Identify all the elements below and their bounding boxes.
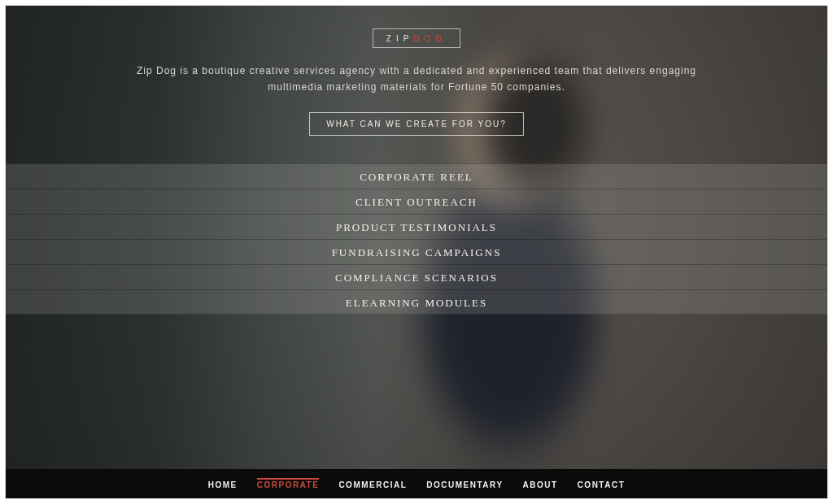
page-frame: ZIPDOG Zip Dog is a boutique creative se… xyxy=(5,5,828,499)
brand-part-2: DOG xyxy=(413,34,447,43)
service-item-corporate-reel[interactable]: CORPORATE REEL xyxy=(6,163,827,189)
footer-nav: HOME CORPORATE COMMERCIAL DOCUMENTARY AB… xyxy=(6,469,827,498)
nav-commercial[interactable]: COMMERCIAL xyxy=(338,478,407,489)
service-item-elearning-modules[interactable]: ELEARNING MODULES xyxy=(6,289,827,315)
brand-part-1: ZIP xyxy=(386,34,414,43)
nav-corporate[interactable]: CORPORATE xyxy=(257,478,320,489)
hero-tagline: Zip Dog is a boutique creative services … xyxy=(107,63,726,96)
nav-home[interactable]: HOME xyxy=(208,478,238,489)
hero-section: ZIPDOG Zip Dog is a boutique creative se… xyxy=(6,28,827,136)
service-item-fundraising-campaigns[interactable]: FUNDRAISING CAMPAIGNS xyxy=(6,239,827,264)
service-item-product-testimonials[interactable]: PRODUCT TESTIMONIALS xyxy=(6,214,827,239)
nav-documentary[interactable]: DOCUMENTARY xyxy=(426,478,503,489)
brand-logo[interactable]: ZIPDOG xyxy=(373,28,460,48)
services-list: CORPORATE REEL CLIENT OUTREACH PRODUCT T… xyxy=(6,163,827,315)
service-item-client-outreach[interactable]: CLIENT OUTREACH xyxy=(6,189,827,214)
cta-button[interactable]: WHAT CAN WE CREATE FOR YOU? xyxy=(309,112,524,136)
nav-contact[interactable]: CONTACT xyxy=(578,478,626,489)
nav-about[interactable]: ABOUT xyxy=(523,478,558,489)
service-item-compliance-scenarios[interactable]: COMPLIANCE SCENARIOS xyxy=(6,264,827,289)
